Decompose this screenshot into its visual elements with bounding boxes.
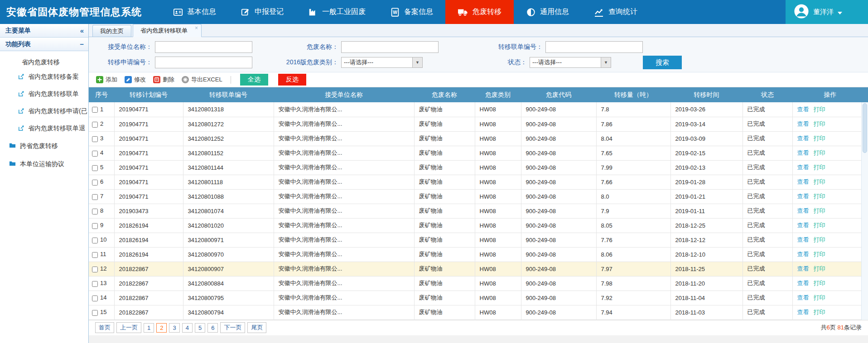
print-link[interactable]: 打印	[814, 120, 825, 127]
table-row[interactable]: 720190477134120801088安徽中久润滑油有限公...废矿物油HW…	[89, 189, 868, 204]
select-all-button[interactable]: 全选	[240, 74, 268, 86]
pagination-page-3[interactable]: 3	[169, 323, 179, 333]
table-row[interactable]: 220190477134120801272安徽中久润滑油有限公...废矿物油HW…	[89, 117, 868, 131]
row-checkbox[interactable]	[92, 252, 98, 258]
sidebar-folder-item[interactable]: 跨省危废转移	[0, 137, 88, 155]
print-link[interactable]: 打印	[814, 207, 825, 214]
nav-item[interactable]: 基本信息	[161, 0, 228, 24]
manifest-no-input[interactable]	[545, 41, 643, 53]
export-button[interactable]: 导出EXCEL	[180, 76, 224, 84]
view-link[interactable]: 查看	[797, 309, 809, 315]
view-link[interactable]: 查看	[797, 120, 809, 127]
tab-manifest[interactable]: 省内危废转移联单 ×	[133, 24, 202, 37]
nav-item[interactable]: 通用信息	[514, 0, 581, 24]
view-link[interactable]: 查看	[797, 164, 809, 171]
print-link[interactable]: 打印	[814, 135, 825, 142]
row-checkbox[interactable]	[92, 238, 98, 243]
row-checkbox[interactable]	[92, 267, 98, 272]
view-link[interactable]: 查看	[797, 222, 809, 229]
print-link[interactable]: 打印	[814, 193, 825, 200]
nav-item[interactable]: 一般工业固废	[296, 0, 378, 24]
add-button[interactable]: 添加	[94, 76, 119, 84]
sidebar-item[interactable]: 省内危废转移申请(已	[0, 103, 88, 120]
pagination-prev[interactable]: 上一页	[116, 322, 141, 333]
print-link[interactable]: 打印	[814, 236, 825, 243]
category-select[interactable]: ---请选择--- ▼	[341, 57, 423, 68]
pagination-page-2[interactable]: 2	[156, 323, 167, 333]
table-row[interactable]: 1120182619434120800970安徽中久润滑油有限公...废矿物油H…	[89, 247, 868, 262]
pagination-first[interactable]: 首页	[95, 322, 114, 333]
pagination-last[interactable]: 尾页	[247, 322, 266, 333]
view-link[interactable]: 查看	[797, 236, 809, 243]
sidebar-folder-item[interactable]: 本单位运输协议	[0, 155, 88, 173]
view-link[interactable]: 查看	[797, 251, 809, 257]
nav-item[interactable]: 申报登记	[228, 0, 296, 24]
table-row[interactable]: 1320182286734120800884安徽中久润滑油有限公...废矿物油H…	[89, 276, 868, 291]
print-link[interactable]: 打印	[814, 309, 825, 315]
print-link[interactable]: 打印	[814, 149, 825, 156]
print-link[interactable]: 打印	[814, 164, 825, 171]
view-link[interactable]: 查看	[797, 149, 809, 156]
row-checkbox[interactable]	[92, 180, 98, 186]
nav-item[interactable]: 危废转移	[445, 0, 514, 24]
table-row[interactable]: 820190347334120801074安徽中久润滑油有限公...废矿物油HW…	[89, 204, 868, 218]
row-checkbox[interactable]	[92, 209, 98, 214]
status-select[interactable]: ---请选择--- ▼	[530, 57, 611, 68]
invert-selection-button[interactable]: 反选	[278, 74, 306, 86]
print-link[interactable]: 打印	[814, 294, 825, 301]
table-row[interactable]: 1420182286734120800795安徽中久润滑油有限公...废矿物油H…	[89, 291, 868, 305]
row-checkbox[interactable]	[92, 295, 98, 301]
pagination-page-6[interactable]: 6	[207, 323, 218, 333]
pagination-page-4[interactable]: 4	[182, 323, 193, 333]
sidebar-item[interactable]: 省内危废转移联单	[0, 86, 88, 103]
nav-item[interactable]: 查询统计	[581, 0, 650, 24]
print-link[interactable]: 打印	[814, 265, 825, 272]
delete-button[interactable]: 删除	[151, 76, 176, 84]
table-row[interactable]: 620190477134120801118安徽中久润滑油有限公...废矿物油HW…	[89, 175, 868, 189]
row-checkbox[interactable]	[92, 122, 98, 128]
receiver-name-input[interactable]	[155, 41, 252, 53]
nav-item[interactable]: W备案信息	[378, 0, 445, 24]
row-checkbox[interactable]	[92, 107, 98, 113]
row-checkbox[interactable]	[92, 151, 98, 157]
waste-name-input[interactable]	[341, 41, 439, 53]
row-checkbox[interactable]	[92, 194, 98, 200]
scrollbar[interactable]	[861, 102, 868, 320]
search-button[interactable]: 搜索	[643, 56, 682, 69]
sidebar-group-intra-province[interactable]: 省内危废转移	[0, 51, 88, 68]
print-link[interactable]: 打印	[814, 222, 825, 229]
sidebar-item[interactable]: 省内危废转移联单退	[0, 120, 88, 137]
close-icon[interactable]: ×	[195, 25, 198, 31]
tab-my-home[interactable]: 我的主页	[92, 25, 131, 37]
table-row[interactable]: 1520182286734120800794安徽中久润滑油有限公...废矿物油H…	[89, 305, 868, 319]
sidebar-item[interactable]: 省内危废转移备案	[0, 68, 88, 86]
row-checkbox[interactable]	[92, 136, 98, 142]
view-link[interactable]: 查看	[797, 193, 809, 200]
row-checkbox[interactable]	[92, 281, 98, 287]
table-row[interactable]: 320190477134120801252安徽中久润滑油有限公...废矿物油HW…	[89, 131, 868, 146]
print-link[interactable]: 打印	[814, 178, 825, 185]
pagination-next[interactable]: 下一页	[220, 322, 245, 333]
pagination-page-1[interactable]: 1	[144, 323, 154, 333]
pagination-page-5[interactable]: 5	[195, 323, 205, 333]
apply-no-input[interactable]	[155, 57, 252, 68]
edit-button[interactable]: 修改	[123, 76, 148, 84]
row-checkbox[interactable]	[92, 165, 98, 171]
minimize-button[interactable]: −	[80, 40, 84, 48]
view-link[interactable]: 查看	[797, 207, 809, 214]
table-row[interactable]: 920182619434120801020安徽中久润滑油有限公...废矿物油HW…	[89, 218, 868, 233]
view-link[interactable]: 查看	[797, 106, 809, 113]
print-link[interactable]: 打印	[814, 106, 825, 113]
row-checkbox[interactable]	[92, 310, 98, 316]
table-row[interactable]: 120190477134120801318安徽中久润滑油有限公...废矿物油HW…	[89, 102, 868, 117]
table-row[interactable]: 1020182619434120800971安徽中久润滑油有限公...废矿物油H…	[89, 233, 868, 247]
print-link[interactable]: 打印	[814, 280, 825, 286]
view-link[interactable]: 查看	[797, 265, 809, 272]
scrollbar-thumb[interactable]	[863, 103, 867, 153]
table-row[interactable]: 1220182286734120800907安徽中久润滑油有限公...废矿物油H…	[89, 262, 868, 276]
print-link[interactable]: 打印	[814, 251, 825, 257]
table-row[interactable]: 420190477134120801152安徽中久润滑油有限公...废矿物油HW…	[89, 146, 868, 160]
view-link[interactable]: 查看	[797, 178, 809, 185]
collapse-sidebar-button[interactable]: «	[80, 27, 84, 34]
row-checkbox[interactable]	[92, 223, 98, 229]
